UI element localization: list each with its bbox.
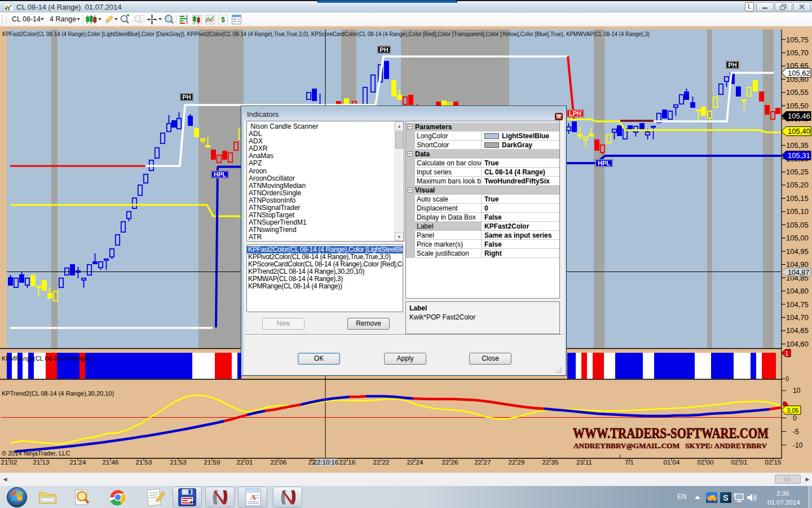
- svg-text:KPMRange(CL 08-14 (4 Range)): KPMRange(CL 08-14 (4 Range)): [2, 355, 92, 362]
- svg-text:A: A: [250, 493, 256, 501]
- svg-text:104,87: 104,87: [788, 269, 809, 277]
- svg-text:64: 64: [190, 500, 195, 504]
- svg-text:105,70: 105,70: [786, 49, 809, 57]
- svg-text:105,35: 105,35: [786, 141, 809, 150]
- svg-text:LPH: LPH: [569, 110, 581, 117]
- svg-text:HPL: HPL: [598, 160, 610, 167]
- svg-text:PH: PH: [379, 46, 388, 53]
- svg-text:104,70: 104,70: [786, 313, 809, 322]
- svg-text:104,90: 104,90: [786, 260, 809, 269]
- svg-text:HPL: HPL: [214, 171, 226, 178]
- svg-text:-10: -10: [793, 441, 803, 449]
- svg-text:104,75: 104,75: [786, 300, 809, 309]
- svg-text:105,50: 105,50: [786, 102, 809, 110]
- svg-text:105,40: 105,40: [788, 127, 810, 135]
- svg-text:105,55: 105,55: [786, 88, 809, 97]
- svg-text:© 2014 NinjaTrader, LLC: © 2014 NinjaTrader, LLC: [2, 450, 70, 457]
- svg-text:104,60: 104,60: [786, 340, 809, 348]
- svg-text:105,46: 105,46: [788, 112, 810, 120]
- svg-text:PH: PH: [728, 62, 736, 68]
- svg-text:0: 0: [793, 414, 797, 422]
- svg-text:105,25: 105,25: [786, 168, 809, 176]
- svg-text:10: 10: [793, 387, 801, 395]
- svg-text:105,31: 105,31: [788, 151, 810, 160]
- svg-text:105,62: 105,62: [788, 69, 810, 77]
- svg-text:105,15: 105,15: [786, 194, 809, 203]
- svg-text:PH: PH: [182, 94, 191, 100]
- svg-text:105,05: 105,05: [786, 221, 809, 229]
- svg-text:105,20: 105,20: [786, 181, 809, 189]
- svg-text:22:10:16: 22:10:16: [314, 459, 339, 466]
- svg-text:-5: -5: [793, 428, 799, 436]
- svg-text:KPTrend2(CL 08-14 (4 Range),30: KPTrend2(CL 08-14 (4 Range),30,20,10): [2, 390, 114, 397]
- svg-text:105,10: 105,10: [786, 207, 809, 216]
- svg-text:ANDREYBBRV@GMAIL.COM SKYPE:: ANDREYBBRV@GMAIL.COM SKYPE: ANDREYBBRV: [573, 441, 767, 450]
- svg-text:0: 0: [785, 375, 789, 382]
- svg-text:104,80: 104,80: [786, 287, 809, 295]
- svg-text:105,75: 105,75: [786, 36, 809, 44]
- svg-text:105,00: 105,00: [786, 234, 809, 242]
- svg-text:WWW.TRADERS-SOFTWARE.COM: WWW.TRADERS-SOFTWARE.COM: [573, 426, 769, 441]
- svg-text:104,65: 104,65: [786, 326, 809, 335]
- svg-text:KPFast2Color(CL 08-14 (4 Range: KPFast2Color(CL 08-14 (4 Range),Color [L…: [2, 30, 650, 37]
- svg-text:1: 1: [785, 350, 788, 357]
- svg-text:3,05: 3,05: [787, 407, 798, 414]
- svg-text:104,95: 104,95: [786, 247, 809, 256]
- svg-text:S: S: [723, 493, 728, 502]
